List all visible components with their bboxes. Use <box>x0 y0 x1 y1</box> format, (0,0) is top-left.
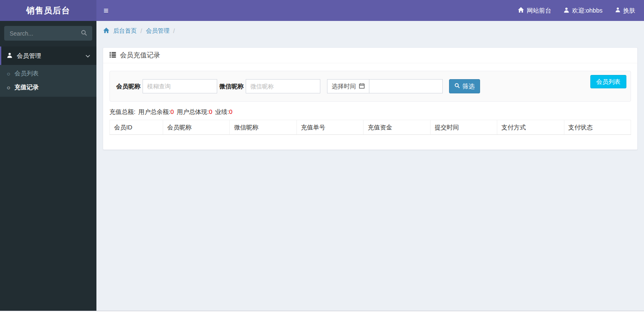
breadcrumb-separator: / <box>140 28 142 34</box>
stat-total-balance: 用户总余额:0 <box>138 108 174 116</box>
search-icon <box>81 30 87 37</box>
circle-icon: ○ <box>7 85 10 90</box>
stat-value: 0 <box>209 108 212 115</box>
table-header-row: 会员ID 会员昵称 微信昵称 充值单号 充值资金 提交时间 支付方式 支付状态 <box>110 120 631 135</box>
sidebar-item-member-management[interactable]: 会员管理 <box>0 46 96 65</box>
sidebar-submenu: ○ 会员列表 ○ 充值记录 <box>0 65 96 97</box>
breadcrumb-home-link[interactable]: 后台首页 <box>113 27 137 35</box>
column-header-pay-status: 支付状态 <box>564 120 631 135</box>
stat-total-recharge: 充值总额: <box>109 108 135 116</box>
search-input[interactable] <box>4 26 75 41</box>
top-bar: 销售员后台 ≡ 网站前台 欢迎:ohbbs <box>0 0 644 21</box>
member-icon <box>7 52 13 59</box>
chevron-down-icon <box>86 52 90 59</box>
site-front-link[interactable]: 网站前台 <box>512 0 557 21</box>
change-skin-label: 换肤 <box>623 7 635 15</box>
app-window: 销售员后台 ≡ 网站前台 欢迎:ohbbs <box>0 0 644 311</box>
navbar-right: 网站前台 欢迎:ohbbs 换肤 <box>512 0 641 21</box>
list-icon <box>109 52 116 59</box>
member-nick-label: 会员昵称 <box>116 83 140 90</box>
column-header-pay-method: 支付方式 <box>497 120 564 135</box>
sidebar-item-recharge-records[interactable]: ○ 充值记录 <box>0 80 96 94</box>
stat-value: 0 <box>171 108 174 115</box>
filter-bar: 会员昵称 微信昵称 选择时间 <box>109 71 631 102</box>
content-area: 后台首页 / 会员管理 / 会员充值记录 <box>96 21 644 311</box>
home-icon <box>518 7 524 14</box>
wechat-nick-label: 微信昵称 <box>219 83 244 90</box>
column-header-order-no: 充值单号 <box>296 120 363 135</box>
calendar-icon <box>359 83 365 90</box>
sidebar-search <box>4 26 92 41</box>
change-skin-button[interactable]: 换肤 <box>609 0 641 21</box>
search-button[interactable] <box>75 26 92 41</box>
panel-title: 会员充值记录 <box>120 51 160 60</box>
filter-button[interactable]: 筛选 <box>449 79 480 93</box>
sidebar-item-member-list[interactable]: ○ 会员列表 <box>0 67 96 80</box>
member-list-button[interactable]: 会员列表 <box>590 75 626 88</box>
member-nick-input[interactable] <box>143 79 217 93</box>
submenu-label: 充值记录 <box>14 83 39 91</box>
welcome-label: 欢迎:ohbbs <box>572 7 602 15</box>
skin-user-icon <box>615 7 621 14</box>
main-layout: 会员管理 ○ 会员列表 ○ 充值记录 <box>0 21 644 311</box>
time-select-group: 选择时间 <box>327 79 443 93</box>
stat-value: 0 <box>229 108 232 115</box>
stat-total-withdraw: 用户总体现:0 <box>177 108 213 116</box>
time-select-label: 选择时间 <box>332 83 356 90</box>
site-front-label: 网站前台 <box>527 7 551 15</box>
breadcrumb-section-link[interactable]: 会员管理 <box>146 27 169 35</box>
column-header-member-nick: 会员昵称 <box>163 120 229 135</box>
column-header-wechat-nick: 微信昵称 <box>230 120 296 135</box>
breadcrumb: 后台首页 / 会员管理 / <box>96 21 644 35</box>
time-select-addon: 选择时间 <box>327 79 369 93</box>
panel-header: 会员充值记录 <box>103 48 637 63</box>
breadcrumb-separator: / <box>173 28 175 34</box>
hamburger-icon: ≡ <box>104 6 109 15</box>
column-header-submit-time: 提交时间 <box>430 120 497 135</box>
filter-button-label: 筛选 <box>462 83 475 90</box>
search-icon <box>454 83 460 90</box>
wechat-nick-input[interactable] <box>246 79 320 93</box>
recharge-records-table: 会员ID 会员昵称 微信昵称 充值单号 充值资金 提交时间 支付方式 支付状态 <box>109 120 631 135</box>
user-icon <box>564 7 569 14</box>
navbar: ≡ 网站前台 欢迎:ohbbs <box>96 0 644 21</box>
column-header-member-id: 会员ID <box>110 120 163 135</box>
time-range-input[interactable] <box>369 79 443 93</box>
stat-performance: 业绩:0 <box>215 108 232 116</box>
menu-label: 会员管理 <box>17 52 41 60</box>
stats-summary: 充值总额: 用户总余额:0 用户总体现:0 业绩:0 <box>109 108 631 116</box>
column-header-amount: 充值资金 <box>364 120 430 135</box>
recharge-records-panel: 会员充值记录 会员昵称 微信昵称 选择时间 <box>103 47 638 150</box>
sidebar-toggle-button[interactable]: ≡ <box>96 0 116 21</box>
breadcrumb-home-icon <box>103 27 109 35</box>
sidebar: 会员管理 ○ 会员列表 ○ 充值记录 <box>0 21 96 311</box>
app-logo[interactable]: 销售员后台 <box>0 0 96 21</box>
circle-icon: ○ <box>7 71 10 77</box>
user-welcome[interactable]: 欢迎:ohbbs <box>557 0 609 21</box>
submenu-label: 会员列表 <box>14 70 39 77</box>
